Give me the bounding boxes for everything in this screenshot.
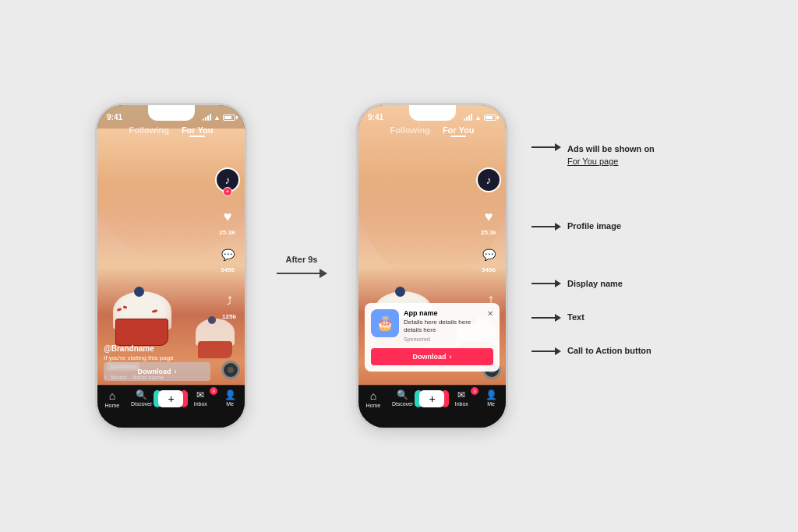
annotation-text-5: Call to Action button: [567, 345, 651, 357]
phone2-wrapper: 9:41 ▲: [356, 103, 508, 430]
phone1-nav: ⌂ Home 🔍 Discover + ✉ Inbox: [97, 385, 245, 428]
tiktok-note-1: ♪: [225, 174, 231, 186]
discover-icon-1: 🔍: [136, 390, 147, 400]
annotation-text-1: Ads will be shown on For You page: [567, 143, 655, 167]
phone1-status-icons: ▲: [203, 114, 235, 122]
tab-for-you-2[interactable]: For You: [443, 125, 475, 135]
phone1-comment-group: 💬 3456: [217, 244, 238, 273]
phone2-ad-overlay: 🎂 App name Details here details here det…: [365, 303, 500, 372]
redbit-2: [123, 305, 127, 308]
phone2-nav-discover[interactable]: 🔍 Discover: [389, 390, 417, 407]
annotations-panel: Ads will be shown on For You page Profil…: [531, 174, 703, 357]
phone1-share-icon[interactable]: ⤴: [218, 290, 240, 312]
phone1-top-tabs: Following For You: [97, 125, 245, 135]
annotation-text-2: Profile image: [567, 220, 621, 232]
ad-content: 🎂 App name Details here details here det…: [371, 309, 487, 342]
ad-app-name: App name: [404, 309, 487, 317]
phone2-profile-btn[interactable]: ♪: [476, 167, 501, 192]
ad-close-btn[interactable]: ✕: [487, 309, 493, 318]
tiktok-note-2: ♪: [486, 174, 492, 186]
ad-download-btn[interactable]: Download ›: [371, 348, 493, 365]
phone2-nav-inbox[interactable]: ✉ Inbox 9: [447, 390, 475, 407]
phone1-brand-name: @Brandname: [104, 344, 210, 353]
phone2-add-btn[interactable]: +: [419, 390, 444, 407]
inbox-icon-1: ✉: [196, 390, 204, 400]
phone1-music-disk: [221, 361, 240, 379]
ann-shaft-2: [531, 226, 555, 227]
phone2-inbox-badge: 9: [471, 387, 478, 395]
phone1-right-actions: ♪ + ♥ 25.3K 💬 3456: [215, 167, 240, 273]
phone1: 9:41 ▲: [95, 103, 247, 430]
phone2-time: 9:41: [368, 113, 383, 122]
tab-for-you-1[interactable]: For You: [182, 125, 214, 135]
me-icon-2: 👤: [486, 390, 497, 400]
annotation-arrow-1: [531, 143, 561, 151]
phone2-content: 9:41 ▲: [358, 105, 506, 428]
phone1-wrapper: 9:41 ▲: [95, 103, 247, 430]
ann-shaft-1: [531, 146, 555, 148]
phone1-share-section: ⤴ 1256: [218, 290, 240, 320]
phone2-nav-add[interactable]: +: [418, 390, 446, 407]
ad-sponsored: Sponsored: [404, 336, 487, 342]
sig2-4: [471, 114, 472, 121]
arrow-label: After 9s: [286, 255, 318, 264]
phone1-nav-me[interactable]: 👤 Me: [216, 390, 244, 407]
sig4: [210, 114, 211, 121]
phone2-status-icons: ▲: [464, 114, 496, 122]
phone2-like-count: 25.3k: [481, 229, 496, 236]
phone1-nav-discover[interactable]: 🔍 Discover: [128, 390, 156, 407]
phone1-nav-add[interactable]: +: [157, 390, 185, 407]
home-icon-2: ⌂: [370, 390, 376, 401]
annotation-text-4: Text: [567, 312, 584, 323]
blueberry-3: [395, 287, 405, 297]
phone1-download-btn[interactable]: Download ›: [104, 362, 210, 381]
tab-following-2[interactable]: Following: [390, 125, 430, 135]
phone2-nav-me[interactable]: 👤 Me: [477, 390, 505, 407]
phone1-comment-icon[interactable]: 💬: [217, 244, 238, 266]
sig2-1: [464, 118, 465, 121]
annotation-cta: Call to Action button: [531, 345, 703, 357]
me-icon-1: 👤: [224, 390, 236, 400]
phone1-download-area: Download ›: [104, 362, 210, 381]
annotation-arrow-3: [531, 280, 561, 287]
main-container: 9:41 ▲: [0, 0, 798, 532]
phone1-like-count: 25.3K: [219, 229, 235, 236]
annotation-arrow-5: [531, 347, 561, 355]
battery-fill-1: [224, 116, 231, 119]
phone1-like-group: ♥ 25.3K: [217, 206, 238, 236]
sig2-2: [466, 117, 468, 121]
phone1-time: 9:41: [107, 113, 122, 122]
blueberry-1: [134, 287, 144, 297]
ann-head-5: [555, 347, 561, 355]
phone2-right-actions: ♪ ♥ 25.3k 💬 3456: [476, 167, 501, 273]
annotation-arrow-4: [531, 314, 561, 322]
ann-shaft-3: [531, 283, 555, 284]
phone2-nav: ⌂ Home 🔍 Discover + ✉ Inbox: [358, 385, 506, 428]
phone1-nav-home[interactable]: ⌂ Home: [98, 390, 126, 408]
tab-following-1[interactable]: Following: [129, 125, 169, 135]
phone2-nav-home[interactable]: ⌂ Home: [359, 390, 387, 408]
phone2-comment-count: 3456: [482, 266, 496, 273]
phone2-profile-section: ♪: [476, 167, 501, 192]
phone1-plus-badge: +: [223, 187, 232, 196]
phone1-music-disc-area: [221, 361, 240, 379]
signal-bars-1: [203, 114, 211, 121]
sig2-3: [468, 115, 470, 121]
phone1-nav-inbox[interactable]: ✉ Inbox 9: [186, 390, 214, 407]
ann-shaft-4: [531, 317, 555, 319]
annotation-text-3: Display name: [567, 278, 623, 290]
phone1-like-icon[interactable]: ♥: [217, 206, 238, 228]
phone1-share-count: 1256: [222, 313, 236, 320]
annotation-text-label: Text: [531, 312, 703, 323]
phone1-add-btn[interactable]: +: [158, 390, 183, 407]
ann-head-3: [555, 280, 561, 287]
phone2-add-inner: +: [419, 390, 444, 407]
arrow-section: After 9s: [270, 255, 333, 278]
home-icon-1: ⌂: [109, 390, 115, 401]
phone1-inbox-badge: 9: [210, 387, 217, 395]
phone2-comment-icon[interactable]: 💬: [478, 244, 500, 266]
phone2-like-icon[interactable]: ♥: [478, 206, 500, 228]
discover-icon-2: 🔍: [397, 390, 408, 400]
phone2-top-tabs: Following For You: [358, 125, 506, 135]
annotation-profile-image: Profile image: [531, 220, 703, 232]
